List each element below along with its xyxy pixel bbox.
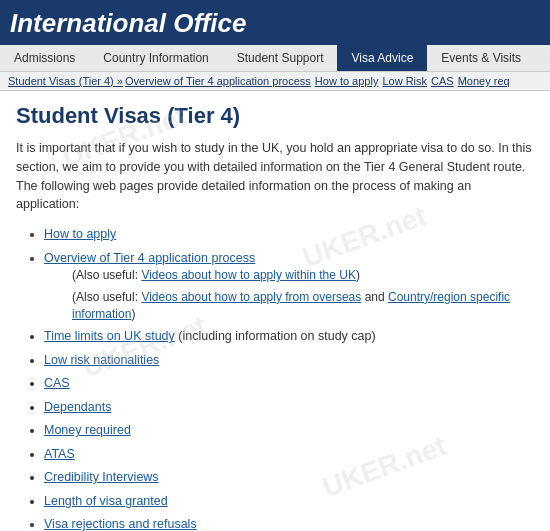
site-title: International Office bbox=[10, 8, 540, 39]
breadcrumb-student-visas[interactable]: Student Visas (Tier 4) » bbox=[8, 75, 123, 87]
breadcrumb-low-risk[interactable]: Low Risk bbox=[382, 75, 427, 87]
link-atas[interactable]: ATAS bbox=[44, 447, 75, 461]
list-item-low-risk: Low risk nationalities bbox=[44, 352, 534, 370]
list-item-time-limits: Time limits on UK study (including infor… bbox=[44, 328, 534, 346]
breadcrumb-overview[interactable]: Overview of Tier 4 application process bbox=[125, 75, 311, 87]
list-item-overview: Overview of Tier 4 application process (… bbox=[44, 250, 534, 323]
link-rejections[interactable]: Visa rejections and refusals bbox=[44, 517, 197, 531]
link-cas[interactable]: CAS bbox=[44, 376, 70, 390]
list-item-length-visa: Length of visa granted bbox=[44, 493, 534, 511]
breadcrumb: Student Visas (Tier 4) » Overview of Tie… bbox=[0, 72, 550, 91]
also-useful-1-prefix: (Also useful: bbox=[72, 268, 141, 282]
also-useful-2-and: and bbox=[361, 290, 388, 304]
list-item-money-required: Money required bbox=[44, 422, 534, 440]
list-item-credibility: Credibility Interviews bbox=[44, 469, 534, 487]
list-item-how-to-apply: How to apply bbox=[44, 226, 534, 244]
list-item-cas: CAS bbox=[44, 375, 534, 393]
page-title: Student Visas (Tier 4) bbox=[16, 103, 534, 129]
nav-co[interactable]: Co bbox=[535, 45, 550, 71]
main-navigation: Admissions Country Information Student S… bbox=[0, 45, 550, 72]
link-videos-overseas[interactable]: Videos about how to apply from overseas bbox=[141, 290, 361, 304]
link-dependants[interactable]: Dependants bbox=[44, 400, 111, 414]
also-useful-2-prefix: (Also useful: bbox=[72, 290, 141, 304]
nav-visa-advice[interactable]: Visa Advice bbox=[337, 45, 427, 71]
link-money-required[interactable]: Money required bbox=[44, 423, 131, 437]
page-list: How to apply Overview of Tier 4 applicat… bbox=[44, 226, 534, 531]
link-videos-uk[interactable]: Videos about how to apply within the UK bbox=[141, 268, 356, 282]
breadcrumb-money-req[interactable]: Money req bbox=[458, 75, 510, 87]
link-low-risk[interactable]: Low risk nationalities bbox=[44, 353, 159, 367]
nav-country-information[interactable]: Country Information bbox=[89, 45, 222, 71]
link-length-visa[interactable]: Length of visa granted bbox=[44, 494, 168, 508]
also-useful-2-suffix: ) bbox=[131, 307, 135, 321]
link-how-to-apply[interactable]: How to apply bbox=[44, 227, 116, 241]
breadcrumb-how-to-apply[interactable]: How to apply bbox=[315, 75, 379, 87]
list-item-atas: ATAS bbox=[44, 446, 534, 464]
link-credibility[interactable]: Credibility Interviews bbox=[44, 470, 159, 484]
list-item-dependants: Dependants bbox=[44, 399, 534, 417]
also-useful-1: (Also useful: Videos about how to apply … bbox=[72, 267, 534, 284]
nav-events-visits[interactable]: Events & Visits bbox=[427, 45, 535, 71]
link-time-limits[interactable]: Time limits on UK study bbox=[44, 329, 175, 343]
nav-student-support[interactable]: Student Support bbox=[223, 45, 338, 71]
also-useful-1-suffix: ) bbox=[356, 268, 360, 282]
page-intro: It is important that if you wish to stud… bbox=[16, 139, 534, 214]
main-content: UKER.net UKER.net UKER.net UKER.net Stud… bbox=[0, 91, 550, 531]
site-header: International Office bbox=[0, 0, 550, 45]
time-limits-extra: (including information on study cap) bbox=[175, 329, 376, 343]
also-useful-2: (Also useful: Videos about how to apply … bbox=[72, 289, 534, 323]
link-overview[interactable]: Overview of Tier 4 application process bbox=[44, 251, 255, 265]
nav-admissions[interactable]: Admissions bbox=[0, 45, 89, 71]
list-item-rejections: Visa rejections and refusals bbox=[44, 516, 534, 531]
breadcrumb-cas[interactable]: CAS bbox=[431, 75, 454, 87]
